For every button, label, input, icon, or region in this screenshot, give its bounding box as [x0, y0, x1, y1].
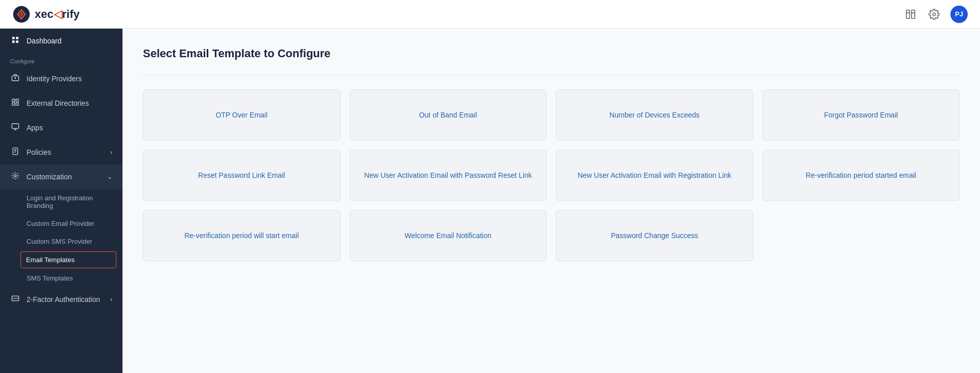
page-title: Select Email Template to Configure: [143, 47, 960, 60]
template-card-label-password-change-success: Password Change Success: [602, 218, 707, 253]
template-card-label-new-user-activation-password-reset: New User Activation Email with Password …: [355, 158, 541, 193]
sidebar-apps-label: Apps: [27, 124, 112, 132]
template-card-password-change-success[interactable]: Password Change Success: [556, 210, 753, 261]
template-card-label-reverification-period-started: Re-verification period started email: [797, 158, 925, 193]
main-layout: Dashboard Configure Identity Providers E…: [0, 29, 980, 373]
svg-rect-17: [12, 124, 18, 128]
svg-rect-1: [906, 10, 910, 18]
template-grid: OTP Over EmailOut of Band EmailNumber of…: [143, 89, 960, 261]
sidebar-item-twofa[interactable]: 2-Factor Authentication ›: [0, 287, 122, 312]
sidebar-identity-providers-label: Identity Providers: [27, 75, 112, 83]
template-card-label-otp-over-email: OTP Over Email: [206, 98, 277, 133]
sidebar-external-directories-label: External Directories: [27, 99, 112, 107]
submenu-custom-email-label: Custom Email Provider: [27, 220, 94, 227]
template-card-reverification-period-will-start[interactable]: Re-verification period will start email: [143, 210, 340, 261]
submenu-email-templates-label: Email Templates: [26, 256, 75, 264]
template-card-label-out-of-band-email: Out of Band Email: [410, 98, 486, 133]
sidebar-configure-label: Configure: [0, 53, 122, 66]
logo-area: xec◁rify: [12, 5, 80, 24]
svg-rect-8: [12, 40, 15, 43]
template-card-new-user-activation-password-reset[interactable]: New User Activation Email with Password …: [350, 150, 547, 201]
external-directories-icon: [10, 98, 20, 108]
customization-chevron-icon: ⌄: [107, 173, 112, 180]
submenu-item-custom-email[interactable]: Custom Email Provider: [0, 215, 122, 232]
sidebar-item-external-directories[interactable]: External Directories: [0, 91, 122, 115]
template-card-welcome-email[interactable]: Welcome Email Notification: [350, 210, 547, 261]
submenu-item-sms-templates[interactable]: SMS Templates: [0, 269, 122, 287]
content-divider: [143, 75, 960, 75]
logo-icon: [12, 5, 31, 24]
sidebar-policies-label: Policies: [27, 148, 104, 156]
policies-chevron-icon: ›: [110, 149, 112, 156]
sidebar: Dashboard Configure Identity Providers E…: [0, 29, 122, 373]
sidebar-item-dashboard[interactable]: Dashboard: [0, 29, 122, 53]
svg-rect-2: [912, 10, 915, 18]
logo-text: xec◁rify: [35, 8, 80, 21]
submenu-item-login-branding[interactable]: Login and Registration Branding: [0, 189, 122, 215]
template-card-reset-password-link-email[interactable]: Reset Password Link Email: [143, 150, 340, 201]
header-actions: PJ: [903, 6, 968, 23]
template-card-reverification-period-started[interactable]: Re-verification period started email: [763, 150, 960, 201]
svg-point-12: [15, 77, 15, 78]
svg-point-24: [14, 175, 16, 177]
template-card-out-of-band-email[interactable]: Out of Band Email: [350, 89, 547, 141]
template-card-number-of-devices-exceeds[interactable]: Number of Devices Exceeds: [556, 89, 753, 141]
template-card-label-reverification-period-will-start: Re-verification period will start email: [175, 218, 308, 253]
customization-icon: [10, 172, 20, 182]
svg-rect-7: [16, 37, 18, 39]
svg-rect-16: [16, 103, 18, 105]
user-avatar[interactable]: PJ: [950, 6, 968, 23]
template-card-label-forgot-password-email: Forgot Password Email: [815, 98, 907, 133]
svg-rect-14: [16, 99, 18, 102]
svg-point-5: [933, 13, 936, 16]
sidebar-item-identity-providers[interactable]: Identity Providers: [0, 66, 122, 91]
svg-rect-13: [12, 99, 15, 102]
template-card-label-reset-password-link-email: Reset Password Link Email: [189, 158, 294, 193]
sidebar-customization-label: Customization: [27, 173, 101, 181]
twofa-chevron-icon: ›: [110, 296, 112, 303]
sidebar-item-customization[interactable]: Customization ⌄: [0, 165, 122, 189]
svg-rect-6: [12, 37, 15, 39]
apps-icon: [10, 123, 20, 133]
identity-providers-icon: [10, 74, 20, 84]
app-header: xec◁rify PJ: [0, 0, 980, 29]
sidebar-twofa-label: 2-Factor Authentication: [27, 295, 104, 304]
template-card-label-welcome-email: Welcome Email Notification: [396, 218, 501, 253]
svg-rect-15: [12, 103, 15, 105]
template-card-label-number-of-devices-exceeds: Number of Devices Exceeds: [600, 98, 709, 133]
template-card-label-new-user-activation-registration-link: New User Activation Email with Registrat…: [569, 158, 741, 193]
settings-icon[interactable]: [927, 7, 941, 21]
template-card-forgot-password-email[interactable]: Forgot Password Email: [763, 89, 960, 141]
svg-rect-9: [16, 40, 18, 43]
template-card-otp-over-email[interactable]: OTP Over Email: [143, 89, 340, 141]
book-icon[interactable]: [903, 7, 918, 21]
template-card-new-user-activation-registration-link[interactable]: New User Activation Email with Registrat…: [556, 150, 753, 201]
submenu-item-email-templates[interactable]: Email Templates: [20, 251, 116, 268]
dashboard-icon: [10, 36, 20, 46]
main-content: Select Email Template to Configure OTP O…: [122, 29, 980, 373]
submenu-login-branding-label: Login and Registration Branding: [27, 194, 112, 209]
sidebar-item-dashboard-label: Dashboard: [27, 37, 112, 45]
submenu-custom-sms-label: Custom SMS Provider: [27, 238, 92, 245]
sidebar-item-policies[interactable]: Policies ›: [0, 140, 122, 165]
submenu-item-custom-sms[interactable]: Custom SMS Provider: [0, 232, 122, 250]
twofa-icon: [10, 294, 20, 305]
submenu-sms-templates-label: SMS Templates: [27, 274, 73, 282]
sidebar-item-apps[interactable]: Apps: [0, 115, 122, 140]
policies-icon: [10, 147, 20, 157]
